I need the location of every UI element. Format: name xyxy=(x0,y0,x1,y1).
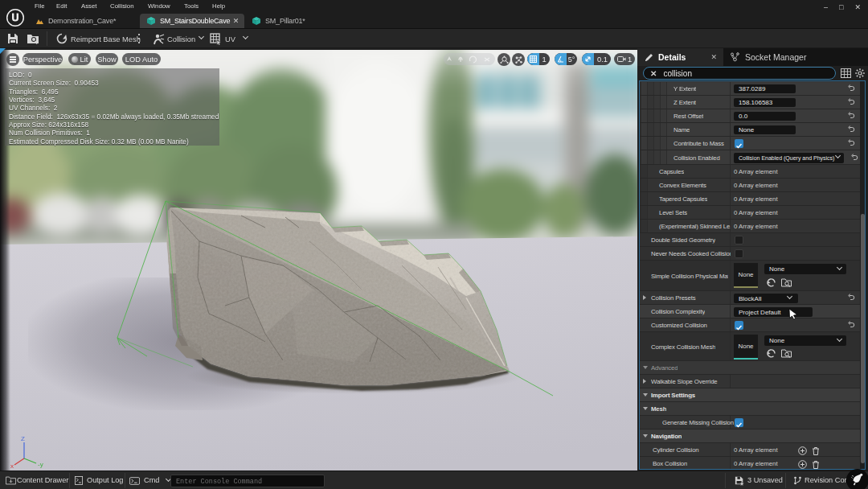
svg-text:x: x xyxy=(10,462,14,470)
svg-text:-y: -y xyxy=(38,461,43,468)
svg-text:Z: Z xyxy=(21,435,25,442)
